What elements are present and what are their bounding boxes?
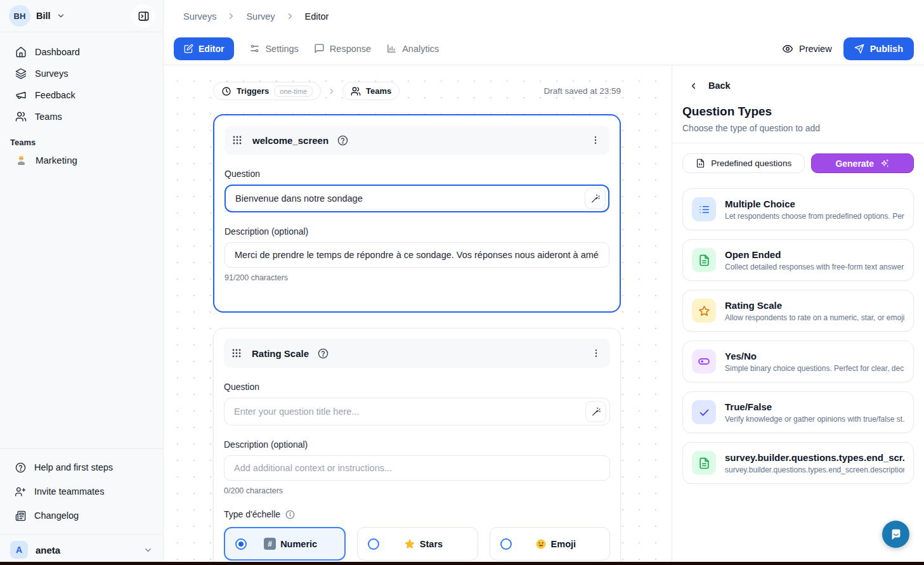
tab-label: Settings xyxy=(265,44,298,54)
drag-handle-icon[interactable] xyxy=(230,347,243,360)
footer-item-label: Help and first steps xyxy=(34,462,113,472)
description-field-label: Description (optional) xyxy=(224,226,609,237)
radio-unselected[interactable] xyxy=(368,538,379,550)
info-icon[interactable] xyxy=(285,510,295,519)
publish-button[interactable]: Publish xyxy=(843,37,914,60)
tab-editor[interactable]: Editor xyxy=(174,37,234,60)
question-type-name: Rating Scale xyxy=(725,300,904,311)
radio-selected[interactable] xyxy=(235,538,247,550)
triggers-chip[interactable]: Triggers one-time xyxy=(213,82,321,100)
sidebar-item-surveys[interactable]: Surveys xyxy=(0,63,163,84)
newspaper-icon xyxy=(15,510,26,521)
account-menu[interactable]: A aneta xyxy=(0,534,163,565)
question-card-rating-scale[interactable]: Rating Scale Question Description (optio… xyxy=(213,328,621,565)
question-type-name: True/False xyxy=(725,401,904,412)
magic-wand-button[interactable] xyxy=(585,401,606,422)
question-type-list: Multiple Choice Let respondents choose f… xyxy=(682,188,914,484)
question-type-description: Simple binary choice questions. Perfect … xyxy=(725,364,904,373)
scale-option-label: Stars xyxy=(420,539,443,549)
editor-toolbar: Editor Settings Response Analytics Previ… xyxy=(164,32,924,65)
breadcrumb: Surveys Survey Editor xyxy=(164,0,924,32)
question-card-welcome-screen[interactable]: welcome_screen Question Description (opt… xyxy=(213,114,621,313)
kebab-menu-icon[interactable] xyxy=(590,135,601,145)
chat-bubble-icon xyxy=(314,43,325,54)
sidebar-item-feedback[interactable]: Feedback xyxy=(0,84,163,106)
question-card-title: welcome_screen xyxy=(252,135,329,146)
help-circle-icon[interactable] xyxy=(337,135,348,146)
chat-launcher-button[interactable] xyxy=(882,521,909,548)
breadcrumb-survey[interactable]: Survey xyxy=(246,11,275,22)
generate-button[interactable]: Generate xyxy=(811,153,914,173)
question-title-input[interactable] xyxy=(224,398,610,425)
drag-handle-icon[interactable] xyxy=(231,134,244,146)
chevron-right-icon xyxy=(285,11,295,21)
question-type-name: Multiple Choice xyxy=(725,198,904,209)
question-title-input[interactable] xyxy=(224,185,609,212)
tab-analytics[interactable]: Analytics xyxy=(386,43,439,54)
help-circle-icon xyxy=(15,462,26,473)
question-type-multiple-choice[interactable]: Multiple Choice Let respondents choose f… xyxy=(682,188,914,230)
tab-response[interactable]: Response xyxy=(314,43,371,54)
question-card-header: Rating Scale xyxy=(224,339,610,368)
question-type-end-screen[interactable]: survey.builder.questions.types.end_scr..… xyxy=(682,442,914,484)
users-icon xyxy=(351,86,361,96)
wand-icon xyxy=(590,193,601,204)
sidebar-item-dashboard[interactable]: Dashboard xyxy=(0,41,163,63)
preview-button[interactable]: Preview xyxy=(782,43,832,55)
breadcrumb-surveys[interactable]: Surveys xyxy=(183,11,216,22)
sidebar-collapse-button[interactable] xyxy=(131,4,155,28)
question-type-rating-scale[interactable]: Rating Scale Allow respondents to rate o… xyxy=(682,290,914,332)
workspace-switcher[interactable]: BH Bill xyxy=(0,0,163,32)
question-type-open-ended[interactable]: Open Ended Collect detailed responses wi… xyxy=(682,239,914,281)
radio-unselected[interactable] xyxy=(500,538,512,550)
scale-option-numeric[interactable]: # Numeric xyxy=(224,527,346,561)
kebab-menu-icon[interactable] xyxy=(591,348,601,358)
back-button[interactable]: Back xyxy=(682,75,914,91)
tab-label: Analytics xyxy=(402,44,439,54)
sidebar-item-teams[interactable]: Teams xyxy=(0,106,163,127)
sidebar-item-label: Teams xyxy=(35,112,62,122)
question-type-yes-no[interactable]: Yes/No Simple binary choice questions. P… xyxy=(682,341,914,382)
chevron-right-icon xyxy=(327,87,336,96)
sidebar-item-team-marketing[interactable]: Marketing xyxy=(0,147,163,172)
sidebar-item-help[interactable]: Help and first steps xyxy=(0,455,163,479)
question-type-name: survey.builder.questions.types.end_scr..… xyxy=(725,452,904,463)
sidebar-item-invite[interactable]: Invite teammates xyxy=(0,479,163,503)
toggle-icon xyxy=(692,349,716,373)
clock-icon xyxy=(221,86,231,96)
question-description-input[interactable] xyxy=(224,242,609,268)
teams-chip-label: Teams xyxy=(366,86,391,96)
workspace-name: Bill xyxy=(36,11,51,21)
eye-icon xyxy=(782,43,793,55)
tab-settings[interactable]: Settings xyxy=(249,43,298,54)
check-icon xyxy=(692,400,716,424)
description-field-label: Description (optional) xyxy=(224,439,610,450)
question-type-true-false[interactable]: True/False Verify knowledge or gather op… xyxy=(682,391,914,433)
predefined-questions-button[interactable]: Predefined questions xyxy=(682,153,805,173)
sidebar-item-label: Feedback xyxy=(35,90,75,100)
user-plus-icon xyxy=(15,486,26,497)
footer-item-label: Changelog xyxy=(34,510,79,521)
canvas-top-row: Triggers one-time Teams Draft saved at 2… xyxy=(213,82,621,100)
person-technologist-icon xyxy=(15,154,27,166)
magic-wand-button[interactable] xyxy=(585,188,606,209)
sidebar-item-changelog[interactable]: Changelog xyxy=(0,503,163,528)
draft-status: Draft saved at 23:59 xyxy=(543,86,621,96)
question-field-label: Question xyxy=(224,169,609,179)
help-circle-icon[interactable] xyxy=(318,348,329,359)
char-counter: 0/200 characters xyxy=(224,486,610,495)
divider xyxy=(672,143,924,143)
sidebar-footer: Help and first steps Invite teammates Ch… xyxy=(0,448,163,565)
question-description-input[interactable] xyxy=(224,455,610,481)
team-label: Marketing xyxy=(36,155,77,166)
document-icon xyxy=(692,248,716,272)
teams-chip[interactable]: Teams xyxy=(342,82,400,100)
list-icon xyxy=(692,197,716,221)
scale-option-emoji[interactable]: Emoji xyxy=(490,527,610,561)
question-field-label: Question xyxy=(224,382,610,392)
scale-option-stars[interactable]: Stars xyxy=(357,527,478,561)
question-type-name: Yes/No xyxy=(725,351,904,361)
star-icon xyxy=(404,538,415,550)
publish-label: Publish xyxy=(870,44,903,54)
send-icon xyxy=(854,44,864,54)
